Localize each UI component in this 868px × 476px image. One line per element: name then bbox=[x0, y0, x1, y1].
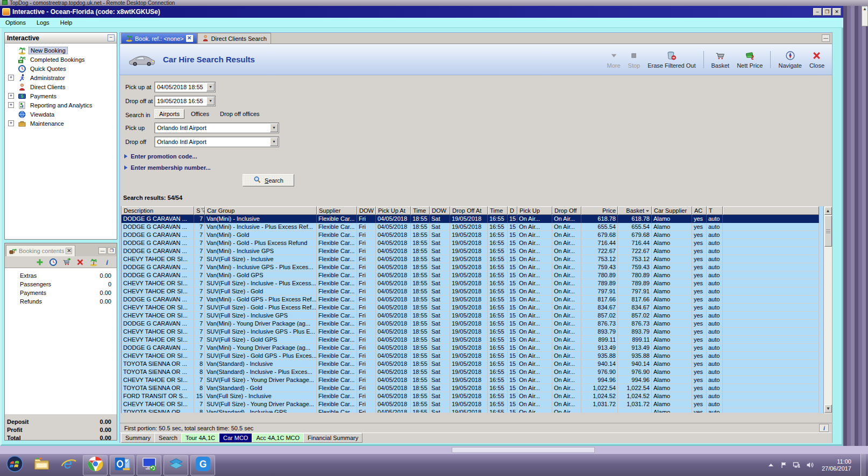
taskbar-chrome-button[interactable] bbox=[83, 455, 108, 475]
table-row[interactable]: TOYOTA SIENNA OR ...8Van(Standard) - Inc… bbox=[122, 408, 830, 413]
dropoff-at-input[interactable]: 19/05/2018 16:55 ▼ bbox=[154, 96, 216, 106]
taskbar-layers-app-button[interactable] bbox=[163, 455, 188, 475]
clock-icon[interactable] bbox=[49, 258, 58, 266]
menu-logs[interactable]: Logs bbox=[31, 18, 55, 27]
column-header-supplier[interactable]: Supplier bbox=[317, 206, 357, 215]
search-in-option-offices[interactable]: Offices bbox=[187, 110, 214, 118]
column-header-drop_date[interactable]: Drop Off At bbox=[450, 206, 488, 215]
taskbar-file-explorer-button[interactable] bbox=[29, 455, 54, 475]
column-header-filler[interactable] bbox=[723, 206, 819, 215]
column-header-dow1[interactable]: DOW bbox=[357, 206, 376, 215]
sidebar-item-viewdata[interactable]: Viewdata bbox=[5, 110, 117, 119]
table-row[interactable]: CHEVY TAHOE OR SI...7SUV(Full Size) - In… bbox=[122, 328, 830, 336]
search-in-option-airports[interactable]: Airports bbox=[154, 109, 184, 119]
column-header-group[interactable]: Car Group bbox=[205, 206, 317, 215]
column-header-pick_date[interactable]: Pick Up At bbox=[376, 206, 411, 215]
column-header-desc[interactable]: Description bbox=[122, 206, 194, 215]
expand-icon[interactable]: + bbox=[8, 102, 14, 108]
sidebar-item-direct-clients[interactable]: Direct Clients bbox=[5, 82, 117, 91]
taskbar-remote-desktop-button[interactable] bbox=[137, 455, 161, 475]
table-row[interactable]: DODGE G CARAVAN ...7Van(Mini) - Gold GPS… bbox=[122, 271, 830, 279]
sidebar-item-quick-quotes[interactable]: Quick Quotes bbox=[5, 64, 117, 73]
flag-tray-icon[interactable] bbox=[780, 461, 788, 469]
delete-red-icon[interactable] bbox=[76, 258, 84, 266]
vol-tray-icon[interactable] bbox=[806, 461, 814, 469]
table-row[interactable]: FORD TRANSIT OR S...15Van(Full Size) - I… bbox=[122, 392, 830, 400]
column-header-pick_loc[interactable]: Pick Up bbox=[517, 206, 552, 215]
booking-contents-row-extras[interactable]: Extras0.00 bbox=[5, 271, 117, 280]
cart-forward-icon[interactable] bbox=[62, 258, 71, 266]
table-row[interactable]: TOYOTA SIENNA OR ...8Van(Standard) - Inc… bbox=[122, 360, 830, 368]
booking-contents-close-icon[interactable]: ✕ bbox=[66, 248, 72, 254]
column-header-time1[interactable]: Time bbox=[411, 206, 430, 215]
pane-minimize-button[interactable]: — bbox=[822, 34, 830, 42]
info-icon[interactable]: i bbox=[103, 258, 111, 266]
sidebar-item-maintenance[interactable]: +Maintenance bbox=[5, 119, 117, 128]
menu-help[interactable]: Help bbox=[55, 18, 78, 27]
table-row[interactable]: CHEVY TAHOE OR SI...7SUV(Full Size) - In… bbox=[122, 255, 830, 263]
table-row[interactable]: DODGE G CARAVAN ...7Van(Mini) - Inclusiv… bbox=[122, 247, 830, 255]
table-row[interactable]: DODGE G CARAVAN ...7Van(Mini) - GoldFlex… bbox=[122, 231, 830, 239]
table-row[interactable]: DODGE G CARAVAN ...7Van(Mini) - Gold - P… bbox=[122, 239, 830, 247]
table-row[interactable]: CHEVY TAHOE OR SI...7SUV(Full Size) - Go… bbox=[122, 336, 830, 344]
bottom-tab-search[interactable]: Search bbox=[154, 433, 182, 443]
sidebar-item-reporting-and-analytics[interactable]: +Reporting and Analytics bbox=[5, 100, 117, 110]
table-vertical-scrollbar[interactable]: ▲ ▼ bbox=[823, 206, 832, 413]
pickup-at-dropdown-icon[interactable]: ▼ bbox=[207, 83, 215, 91]
close-button[interactable]: Close bbox=[809, 51, 824, 69]
search-in-option-drop-off-offices[interactable]: Drop off offices bbox=[216, 110, 264, 118]
column-header-time2[interactable]: Time bbox=[488, 206, 508, 215]
expand-icon[interactable]: + bbox=[8, 75, 14, 81]
dropoff-combo[interactable]: Orlando Intl Airport ▼ bbox=[154, 136, 279, 147]
palm-tree-icon[interactable] bbox=[89, 258, 98, 266]
pickup-at-input[interactable]: 04/05/2018 18:55 ▼ bbox=[154, 82, 216, 92]
column-header-dow2[interactable]: DOW bbox=[430, 206, 450, 215]
sidebar-item-payments[interactable]: +$Payments bbox=[5, 91, 117, 100]
table-row[interactable]: TOYOTA SIENNA OR ...8Van(Standard) - Inc… bbox=[122, 368, 830, 376]
info-icon[interactable]: i bbox=[819, 424, 829, 432]
booking-contents-row-refunds[interactable]: Refunds0.00 bbox=[5, 297, 117, 306]
table-row[interactable]: TOYOTA SIENNA OR ...8Van(Standard) - Gol… bbox=[122, 384, 830, 392]
pickup-combo[interactable]: Orlando Intl Airport ▼ bbox=[154, 122, 279, 133]
net-tray-icon[interactable] bbox=[793, 461, 801, 469]
booking-contents-row-payments[interactable]: Payments0.00 bbox=[5, 289, 117, 297]
taskbar-start-button[interactable] bbox=[2, 455, 27, 475]
sidebar-item-administrator[interactable]: +Administrator bbox=[5, 73, 117, 82]
app-title-bar[interactable]: Interactive - Ocean-Florida (code: x8wtK… bbox=[0, 6, 843, 18]
table-row[interactable]: CHEVY TAHOE OR SI...7SUV(Full Size) - In… bbox=[122, 279, 830, 287]
navigate-button[interactable]: Navigate bbox=[778, 51, 801, 69]
column-header-t[interactable]: T bbox=[707, 206, 723, 215]
table-row[interactable]: CHEVY TAHOE OR SI...7SUV(Full Size) - Go… bbox=[122, 352, 830, 360]
table-row[interactable]: DODGE G CARAVAN ...7Van(Mini) - Gold GPS… bbox=[122, 295, 830, 304]
taskbar-outlook-button[interactable] bbox=[110, 455, 134, 475]
promotion-code-expander[interactable]: Enter promotion code... bbox=[124, 153, 197, 160]
pickup-dropdown-icon[interactable]: ▼ bbox=[270, 124, 278, 132]
search-button[interactable]: Search bbox=[243, 174, 294, 186]
dropoff-dropdown-icon[interactable]: ▼ bbox=[270, 138, 278, 146]
expand-icon[interactable]: + bbox=[8, 120, 14, 126]
minimize-button[interactable]: – bbox=[813, 8, 822, 16]
column-header-s[interactable]: S bbox=[194, 206, 205, 215]
scrollbar-thumb[interactable] bbox=[824, 215, 832, 247]
taskbar-clock[interactable]: 11:0027/06/2017 bbox=[822, 458, 851, 472]
column-header-d[interactable]: D bbox=[508, 206, 517, 215]
table-row[interactable]: DODGE G CARAVAN ...7Van(Mini) - Young Dr… bbox=[122, 344, 830, 352]
sidebar-item-new-booking[interactable]: New Booking bbox=[5, 46, 117, 55]
tab-direct-clients-search[interactable]: Direct Clients Search bbox=[197, 33, 271, 44]
filter-funnel-icon[interactable] bbox=[201, 207, 205, 214]
column-header-ac[interactable]: AC bbox=[692, 206, 707, 215]
dropoff-at-dropdown-icon[interactable]: ▼ bbox=[207, 97, 215, 105]
table-row[interactable]: DODGE G CARAVAN ...7Van(Mini) - Young Dr… bbox=[122, 320, 830, 328]
tab-close-icon[interactable]: ✕ bbox=[186, 35, 193, 42]
sidebar-collapse-button[interactable]: − bbox=[108, 34, 115, 41]
scroll-down-icon[interactable]: ▼ bbox=[824, 405, 832, 413]
table-row[interactable]: DODGE G CARAVAN ...7Van(Mini) - Inclusiv… bbox=[122, 263, 830, 271]
booking-contents-minimize-button[interactable]: — bbox=[98, 247, 106, 254]
table-row[interactable]: CHEVY TAHOE OR SI...7SUV(Full Size) - Yo… bbox=[122, 400, 830, 408]
column-header-drop_loc[interactable]: Drop Off bbox=[552, 206, 581, 215]
taskbar-internet-explorer-button[interactable]: e bbox=[56, 455, 81, 475]
table-row[interactable]: DODGE G CARAVAN ...7Van(Mini) - Inclusiv… bbox=[122, 223, 830, 231]
scroll-up-icon[interactable]: ▲ bbox=[824, 207, 832, 215]
show-desktop-button[interactable] bbox=[860, 454, 866, 476]
restore-button[interactable]: ❐ bbox=[823, 8, 831, 16]
